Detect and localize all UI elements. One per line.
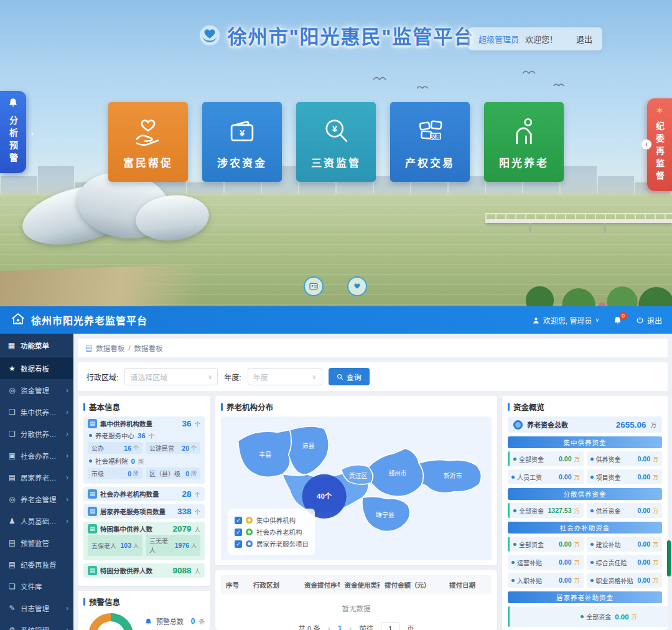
jiwei-supervision-ribbon[interactable]: ✶ 纪委再监督 ‹ — [647, 98, 672, 191]
sidebar-item-1[interactable]: ◎资金管理› — [0, 379, 73, 401]
tile-yangguang-yanglao[interactable]: 阳光养老 — [484, 102, 564, 182]
fund-stat: 综合责任险0.00万 — [587, 555, 663, 570]
chevron-right-icon: › — [66, 408, 68, 416]
checkbox-checked[interactable]: ✓ — [235, 540, 242, 548]
person-icon: ♟ — [8, 517, 16, 525]
chevron-down-icon: ∨ — [312, 374, 316, 380]
star-icon: ★ — [8, 364, 16, 373]
fund-stat: 建设补助0.00万 — [587, 537, 663, 552]
chevron-right-icon: › — [66, 473, 68, 482]
goto-page-input[interactable]: 1 — [381, 622, 399, 630]
sidebar-item-5[interactable]: ▤居家养老服务项目› — [0, 466, 73, 488]
tile-shenong-zijin[interactable]: ¥ 涉农资金 — [202, 102, 282, 182]
xuzhou-district-map[interactable]: 丰县 沛县 贾汪区 邳州市 新沂市 睢宁县 40个 — [221, 416, 492, 560]
fund-stat: 项目资金0.00万 — [587, 469, 663, 484]
fund-stat: 职业资格补贴0.00万 — [587, 573, 663, 588]
sidebar-item-3[interactable]: ❏分散供养资金› — [0, 423, 73, 444]
party-emblem-icon: ✶ — [647, 105, 672, 116]
wallet-yuan-icon: ¥ — [225, 115, 259, 148]
chevron-right-icon: › — [66, 626, 68, 630]
tile-sanzi-jianguan[interactable]: ¥ 三资监管 — [296, 102, 376, 182]
sidebar-menu-header: ▦ 功能菜单 — [0, 334, 73, 357]
heart-care-button[interactable] — [347, 276, 367, 296]
institution-map-panel: 养老机构分布 — [215, 396, 497, 565]
svg-text:40个: 40个 — [317, 492, 332, 500]
logout-button[interactable]: 退出 — [636, 315, 662, 326]
trade-blocks-icon: 交易 — [413, 115, 447, 148]
user-menu[interactable]: 欢迎您, 管理员 ∨ — [532, 315, 599, 326]
doc-icon: ▤ — [88, 419, 97, 428]
filter-bar: 行政区域: 请选择区域 ∨ 年度: 年度 ∨ 查询 — [78, 362, 668, 391]
notification-badge: 0 — [619, 312, 627, 320]
fund-overview-panel: 资金概览 养老资金总数 2655.06 万 集中供养资金全部资金0.00万供养资… — [502, 396, 668, 630]
tile-fumin-bangcu[interactable]: 富民帮促 — [108, 102, 188, 182]
stat-chip: 区（县）级0所 — [146, 468, 200, 479]
next-page-button[interactable]: › — [349, 624, 352, 630]
fund-sections: 集中供养资金全部资金0.00万供养资金0.00万人员工资0.00万项目资金0.0… — [508, 433, 662, 630]
dashboard-title: 徐州市阳光养老监管平台 — [31, 313, 147, 327]
basic-info-panel: 基本信息 ▤集中供养机构数量36个养老服务中心36个公办16个公建民营20个社会… — [78, 396, 210, 586]
dashboard-logo-icon — [10, 312, 26, 328]
basic-info-cards: ▤集中供养机构数量36个养老服务中心36个公办16个公建民营20个社会福利院0所… — [83, 416, 205, 578]
legend-dot-green — [246, 529, 253, 535]
stat-chip: 市级0所 — [88, 468, 142, 479]
id-card-icon — [309, 281, 319, 291]
hero-logout-link[interactable]: 退出 — [576, 33, 592, 45]
dashboard: 徐州市阳光养老监管平台 欢迎您, 管理员 ∨ 0 退出 — [0, 306, 672, 630]
page-scrollbar-thumb[interactable] — [667, 540, 671, 576]
prev-page-button[interactable]: ‹ — [328, 624, 330, 630]
table-header-row: 序号 行政区划 资金拨付序号 资金使用类别 拨付金额（元） 拨付日期 — [221, 575, 492, 595]
stat-card: ▤集中供养机构数量36个养老服务中心36个公办16个公建民营20个社会福利院0所… — [83, 416, 205, 484]
analysis-warning-ribbon[interactable]: 分析预警 › — [0, 91, 26, 173]
id-card-button[interactable] — [304, 276, 324, 296]
sidebar-item-10[interactable]: ❏文件库 — [0, 575, 73, 597]
sidebar-item-7[interactable]: ♟人员基础信息› — [0, 510, 73, 532]
sidebar-item-8[interactable]: ▤预警监管 — [0, 532, 73, 553]
region-select[interactable]: 请选择区域 ∨ — [124, 368, 218, 385]
checkbox-checked[interactable]: ✓ — [235, 529, 242, 536]
svg-text:¥: ¥ — [240, 128, 245, 138]
notifications-button[interactable]: 0 — [613, 316, 622, 325]
table-empty-state: 暂无数据 — [221, 595, 492, 619]
fund-section-header: 居家养老补助资金 — [508, 591, 662, 603]
sidebar-item-0[interactable]: ★数据看板 — [0, 357, 73, 379]
sidebar-items: ★数据看板◎资金管理›❏集中供养资金›❏分散供养资金›▣社会办养老机构›▤居家养… — [0, 357, 73, 630]
breadcrumb-root[interactable]: 数据看板 — [96, 343, 124, 353]
hero-banner: 徐州市"阳光惠民"监管平台 超级管理员 欢迎您！ 退出 分析预警 › ✶ 纪委再… — [0, 0, 672, 306]
breadcrumb-current: 数据看板 — [134, 343, 163, 353]
map-legend: ✓ 集中供养机构 ✓ 社会办养老机构 ✓ — [228, 509, 315, 555]
sidebar-item-11[interactable]: ✎日志管理› — [0, 597, 73, 619]
bridge — [485, 210, 672, 233]
magnifier-yuan-icon: ¥ — [319, 115, 353, 148]
page-number[interactable]: 1 — [338, 624, 342, 630]
grid-menu-icon: ▦ — [7, 341, 16, 350]
birds — [367, 67, 566, 98]
checkbox-checked[interactable]: ✓ — [235, 517, 242, 524]
search-button[interactable]: 查询 — [329, 368, 370, 385]
year-select[interactable]: 年度 ∨ — [248, 368, 322, 385]
gear-icon: ⚙ — [8, 626, 16, 630]
stat-chip: 三无老人1976人 — [146, 535, 200, 556]
stat-card: ▤特困集中供养人数2079人五保老人103人三无老人1976人 — [83, 522, 205, 560]
sidebar-item-12[interactable]: ⚙系统管理› — [0, 619, 73, 630]
fund-stat: 人员工资0.00万 — [508, 469, 584, 484]
sidebar-item-9[interactable]: ▤纪委再监督 — [0, 553, 73, 575]
fund-stat: 全部资金0.00万 — [508, 537, 584, 552]
doc-icon: ▤ — [88, 507, 97, 516]
monitor-icon: ▤ — [8, 538, 16, 547]
tile-chanquan-jiaoyi[interactable]: 交易 产权交易 — [390, 102, 470, 182]
fund-stat: 入职补贴0.00万 — [508, 573, 584, 588]
svg-text:新沂市: 新沂市 — [444, 472, 462, 479]
doc-icon: ▤ — [88, 489, 97, 499]
sidebar-item-4[interactable]: ▣社会办养老机构› — [0, 444, 73, 466]
svg-text:丰县: 丰县 — [259, 451, 271, 458]
svg-text:¥: ¥ — [332, 124, 338, 134]
sidebar-item-6[interactable]: ◎养老金管理› — [0, 488, 73, 510]
sidebar-item-2[interactable]: ❏集中供养资金› — [0, 401, 73, 423]
ribbon-label: 分析预警 — [7, 116, 19, 166]
legend-dot-blue — [246, 540, 253, 547]
sidebar: ▦ 功能菜单 ★数据看板◎资金管理›❏集中供养资金›❏分散供养资金›▣社会办养老… — [0, 334, 73, 630]
fund-stat: 供养资金0.00万 — [587, 503, 663, 518]
hero-title: 徐州市"阳光惠民"监管平台 — [228, 21, 474, 49]
folder-icon: ❏ — [8, 408, 16, 416]
